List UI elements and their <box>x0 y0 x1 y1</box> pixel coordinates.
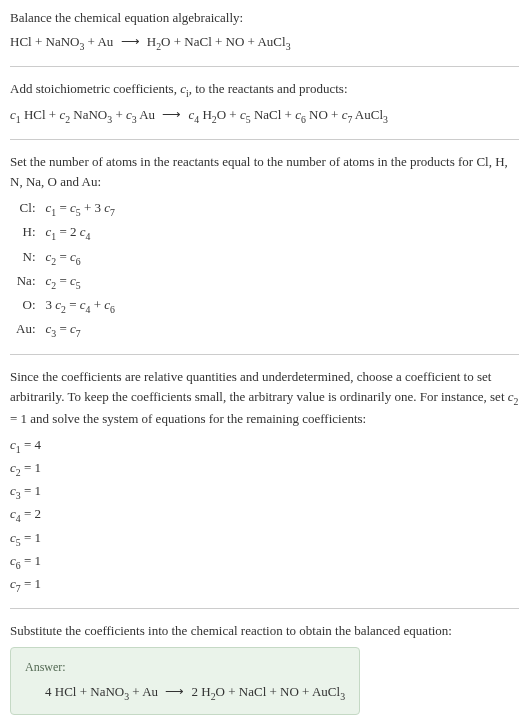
atom-equation: 3 c2 = c4 + c6 <box>40 294 121 318</box>
stoich-equation: c1 HCl + c2 NaNO3 + c3 Au ⟶ c4 H2O + c5 … <box>10 105 519 127</box>
table-row: H: c1 = 2 c4 <box>10 221 121 245</box>
coeff-row: c7 = 1 <box>10 574 519 596</box>
section5-title: Substitute the coefficients into the che… <box>10 621 519 641</box>
section-solve-coefficients: Since the coefficients are relative quan… <box>10 367 519 596</box>
atom-label: O: <box>10 294 40 318</box>
divider <box>10 66 519 67</box>
atom-equation: c1 = 2 c4 <box>40 221 121 245</box>
section2-title: Add stoichiometric coefficients, ci, to … <box>10 79 519 101</box>
atom-label: Cl: <box>10 197 40 221</box>
coeff-row: c2 = 1 <box>10 458 519 480</box>
answer-label: Answer: <box>25 658 345 676</box>
atom-label: Au: <box>10 318 40 342</box>
coeff-row: c3 = 1 <box>10 481 519 503</box>
section-substitute: Substitute the coefficients into the che… <box>10 621 519 715</box>
table-row: Cl: c1 = c5 + 3 c7 <box>10 197 121 221</box>
table-row: N: c2 = c6 <box>10 246 121 270</box>
divider <box>10 354 519 355</box>
coefficient-solutions: c1 = 4 c2 = 1 c3 = 1 c4 = 2 c5 = 1 c6 = … <box>10 435 519 597</box>
coeff-row: c1 = 4 <box>10 435 519 457</box>
divider <box>10 608 519 609</box>
section-add-coefficients: Add stoichiometric coefficients, ci, to … <box>10 79 519 127</box>
section-atom-equations: Set the number of atoms in the reactants… <box>10 152 519 342</box>
coeff-row: c5 = 1 <box>10 528 519 550</box>
atom-equation: c2 = c5 <box>40 270 121 294</box>
atom-equation: c3 = c7 <box>40 318 121 342</box>
section1-title: Balance the chemical equation algebraica… <box>10 8 519 28</box>
atom-equation: c2 = c6 <box>40 246 121 270</box>
unbalanced-equation: HCl + NaNO3 + Au ⟶ H2O + NaCl + NO + AuC… <box>10 32 519 54</box>
section3-title: Set the number of atoms in the reactants… <box>10 152 519 191</box>
coeff-row: c4 = 2 <box>10 504 519 526</box>
atom-equation: c1 = c5 + 3 c7 <box>40 197 121 221</box>
coeff-row: c6 = 1 <box>10 551 519 573</box>
atom-label: Na: <box>10 270 40 294</box>
atom-label: N: <box>10 246 40 270</box>
table-row: Na: c2 = c5 <box>10 270 121 294</box>
atom-label: H: <box>10 221 40 245</box>
table-row: Au: c3 = c7 <box>10 318 121 342</box>
divider <box>10 139 519 140</box>
atom-equations-table: Cl: c1 = c5 + 3 c7 H: c1 = 2 c4 N: c2 = … <box>10 197 121 342</box>
section4-title: Since the coefficients are relative quan… <box>10 367 519 428</box>
section-balance-prompt: Balance the chemical equation algebraica… <box>10 8 519 54</box>
answer-box: Answer: 4 HCl + NaNO3 + Au ⟶ 2 H2O + NaC… <box>10 647 360 715</box>
table-row: O: 3 c2 = c4 + c6 <box>10 294 121 318</box>
balanced-equation: 4 HCl + NaNO3 + Au ⟶ 2 H2O + NaCl + NO +… <box>25 682 345 704</box>
